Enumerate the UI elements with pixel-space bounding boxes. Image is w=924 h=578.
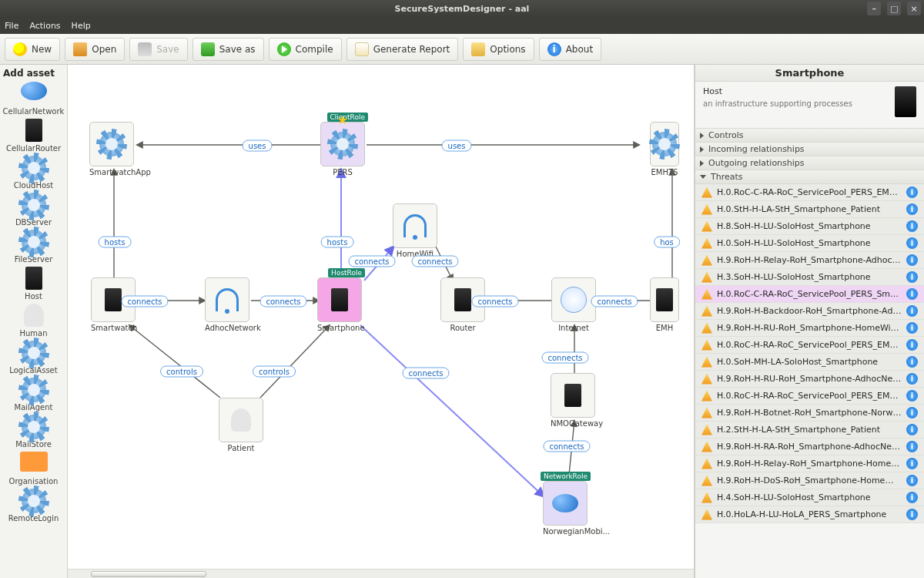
node-label: SmartwatchApp: [89, 168, 134, 176]
options-button[interactable]: Options: [463, 38, 534, 61]
threat-row[interactable]: H.9.RoH-H-DoS-RoH_Smartphone-HomeWifi-In…: [695, 472, 924, 489]
options-label: Options: [490, 44, 525, 55]
threat-row[interactable]: H.9.RoH-H-RA-RoH_Smartphone-AdhocNetwork…: [695, 439, 924, 455]
info-icon[interactable]: i: [906, 305, 918, 317]
threat-row[interactable]: H.4.SoH-H-LU-SoloHost_Smartphonei: [695, 489, 924, 506]
info-icon[interactable]: i: [906, 187, 918, 198]
threat-row[interactable]: H.0.StH-H-LA-StH_Smartphone_Patienti: [695, 201, 924, 218]
info-icon[interactable]: i: [906, 441, 918, 452]
threat-row[interactable]: H.9.RoH-H-Botnet-RoH_Smartphone-Norwegia…: [695, 405, 924, 422]
node-nmogateway[interactable]: NMOGateway: [551, 373, 595, 428]
accordion-threats[interactable]: Threats: [695, 170, 924, 184]
info-icon[interactable]: i: [906, 322, 918, 334]
accordion-outgoing-relationships[interactable]: Outgoing relationships: [695, 156, 924, 170]
threat-row[interactable]: H.0.HoLA-H-LU-HoLA_PERS_Smartphonei: [695, 506, 924, 523]
threat-row[interactable]: H.9.RoH-H-Relay-RoH_Smartphone-HomeWifi-…: [695, 455, 924, 472]
accordion-incoming-relationships[interactable]: Incoming relationships: [695, 143, 924, 156]
palette-item-logicalasset[interactable]: LogicalAsset: [0, 341, 67, 375]
info-icon[interactable]: i: [906, 220, 918, 232]
save-icon: [138, 42, 152, 56]
threat-row[interactable]: H.9.RoH-H-RU-RoH_Smartphone-HomeWifi-Int…: [695, 320, 924, 337]
threat-label: H.0.RoC-C-RA-RoC_ServicePool_PERS_EMHTSe…: [717, 187, 902, 197]
cellularrouter-icon: [25, 119, 42, 142]
warning-icon: [701, 289, 712, 300]
node-pers[interactable]: ClientRole★PERS: [320, 122, 365, 176]
palette-item-remotelogin[interactable]: RemoteLogin: [0, 489, 67, 523]
palette-item-dbserver[interactable]: DBServer: [0, 193, 67, 227]
threat-label: H.0.StH-H-LA-StH_Smartphone_Patient: [717, 204, 902, 214]
info-icon[interactable]: i: [906, 356, 918, 368]
info-icon[interactable]: i: [906, 424, 918, 435]
new-button[interactable]: New: [5, 38, 60, 61]
window-maximize-button[interactable]: □: [887, 2, 901, 15]
palette-item-cellularrouter[interactable]: CellularRouter: [0, 119, 67, 153]
info-icon[interactable]: i: [906, 492, 918, 503]
threat-row[interactable]: H.3.SoH-H-LU-SoloHost_Smartphonei: [695, 269, 924, 286]
info-icon[interactable]: i: [906, 390, 918, 402]
info-icon[interactable]: i: [906, 237, 918, 249]
about-button[interactable]: iAbout: [539, 38, 601, 61]
info-icon[interactable]: i: [906, 254, 918, 266]
emht-icon: [656, 288, 673, 311]
edge-label: connects: [348, 256, 395, 267]
info-icon[interactable]: i: [906, 339, 918, 351]
threat-row[interactable]: H.9.RoH-H-RU-RoH_Smartphone-AdhocNetwork…: [695, 371, 924, 388]
threat-row[interactable]: H.0.RoC-H-RA-RoC_ServicePool_PERS_EMHTSe…: [695, 388, 924, 405]
node-internet[interactable]: Internet: [551, 277, 596, 332]
info-icon[interactable]: i: [906, 458, 918, 469]
threat-row[interactable]: H.2.StH-H-LA-StH_Smartphone_Patienti: [695, 422, 924, 439]
node-norwegianmobile[interactable]: NetworkRoleNorwegianMobi...: [543, 481, 588, 536]
info-icon[interactable]: i: [906, 203, 918, 215]
threat-row[interactable]: H.8.SoH-H-LU-SoloHost_Smartphonei: [695, 218, 924, 235]
saveas-button[interactable]: Save as: [192, 38, 264, 61]
node-smartphone[interactable]: HostRoleSmartphone: [317, 277, 362, 332]
diagram-canvas[interactable]: SmartwatchAppClientRole★PERSEMHTSHomeWif…: [68, 65, 695, 578]
node-smartwatchapp[interactable]: SmartwatchApp: [89, 122, 134, 176]
info-icon[interactable]: i: [906, 509, 918, 520]
accordion-controls[interactable]: Controls: [695, 129, 924, 143]
window-close-button[interactable]: ×: [907, 2, 921, 15]
palette-item-fileserver[interactable]: FileServer: [0, 230, 67, 264]
fileserver-icon: [22, 230, 46, 254]
palette-item-human[interactable]: Human: [0, 304, 67, 338]
threat-row[interactable]: H.0.SoH-MH-LA-SoloHost_Smartphonei: [695, 354, 924, 371]
menu-file[interactable]: File: [5, 21, 18, 31]
node-patient[interactable]: Patient: [219, 398, 263, 452]
threat-row[interactable]: H.0.RoC-H-RA-RoC_ServicePool_PERS_EMHTSe…: [695, 337, 924, 354]
palette-item-cellularnetwork[interactable]: CellularNetwork: [0, 82, 67, 116]
threats-list[interactable]: H.0.RoC-C-RA-RoC_ServicePool_PERS_EMHTSe…: [695, 184, 924, 578]
window-minimize-button[interactable]: –: [867, 2, 881, 15]
info-icon[interactable]: i: [906, 271, 918, 283]
palette-item-mailagent[interactable]: MailAgent: [0, 378, 67, 412]
node-emht[interactable]: EMH: [650, 277, 679, 332]
threat-label: H.9.RoH-H-RU-RoH_Smartphone-HomeWifi-Int…: [717, 323, 902, 333]
threat-row[interactable]: H.0.RoC-C-RA-RoC_ServicePool_PERS_Smartw…: [695, 286, 924, 303]
threat-row[interactable]: H.9.RoH-H-Backdoor-RoH_Smartphone-AdhocN…: [695, 303, 924, 320]
threat-row[interactable]: H.0.RoC-C-RA-RoC_ServicePool_PERS_EMHTSe…: [695, 184, 924, 201]
edge-label: connects: [259, 296, 306, 307]
compile-button[interactable]: Compile: [269, 38, 342, 61]
report-button[interactable]: Generate Report: [346, 38, 459, 61]
threat-row[interactable]: H.9.RoH-H-Relay-RoH_Smartphone-AdhocNetw…: [695, 252, 924, 269]
canvas-horizontal-scrollbar[interactable]: [68, 569, 694, 578]
info-icon[interactable]: i: [906, 373, 918, 385]
node-emhtsvc[interactable]: EMHTS: [650, 122, 679, 176]
threat-row[interactable]: H.0.SoH-H-LU-SoloHost_Smartphonei: [695, 235, 924, 252]
node-adhocnetwork[interactable]: AdhocNetwork: [205, 277, 249, 332]
palette-item-cloudhost[interactable]: CloudHost: [0, 156, 67, 190]
nmogateway-icon: [564, 384, 581, 407]
threat-label: H.9.RoH-H-Botnet-RoH_Smartphone-Norwegia…: [717, 408, 902, 418]
palette-item-host[interactable]: Host: [0, 267, 67, 301]
info-icon[interactable]: i: [906, 407, 918, 418]
node-homewifi[interactable]: HomeWifi: [393, 203, 437, 258]
palette-item-mailstore[interactable]: MailStore: [0, 415, 67, 449]
palette-item-organisation[interactable]: Organisation: [0, 452, 67, 486]
menu-help[interactable]: Help: [72, 21, 91, 31]
info-icon[interactable]: i: [906, 288, 918, 300]
asset-palette: Add asset CellularNetworkCellularRouterC…: [0, 65, 68, 578]
role-tag: NetworkRole: [541, 472, 591, 481]
cellularnetwork-icon: [21, 82, 47, 100]
menu-actions[interactable]: Actions: [29, 21, 60, 31]
open-button[interactable]: Open: [65, 38, 125, 61]
info-icon[interactable]: i: [906, 475, 918, 486]
